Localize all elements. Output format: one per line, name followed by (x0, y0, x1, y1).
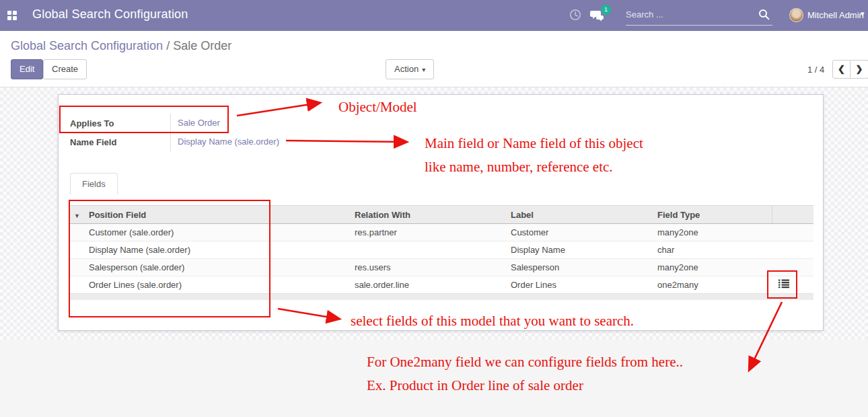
pager-counter: 1 / 4 (807, 65, 824, 75)
cell-label: Display Name (505, 241, 652, 259)
cell-type: many2one (652, 259, 772, 276)
cell-label: Salesperson (505, 259, 652, 276)
name-field-label: Name Field (70, 137, 170, 147)
user-avatar[interactable] (789, 8, 803, 22)
control-panel: Global Search Configuration / Sale Order… (0, 31, 868, 87)
global-search (626, 5, 772, 26)
top-navbar: Global Search Configuration 1 Mitchell A… (0, 0, 868, 31)
col-header-relation-with[interactable]: Relation With (349, 206, 505, 224)
app-title: Global Search Configuration (32, 7, 188, 22)
create-button[interactable]: Create (43, 59, 87, 79)
col-header-field-type[interactable]: Field Type (652, 206, 772, 224)
activities-clock-icon[interactable] (569, 9, 581, 24)
action-caret-icon: ▾ (422, 66, 425, 73)
action-dropdown-button[interactable]: Action▾ (386, 59, 434, 79)
search-input[interactable] (626, 5, 750, 23)
cell-label: Customer (505, 224, 652, 241)
search-icon[interactable] (758, 9, 770, 23)
annotation-main-field-1: Main field or Name field of this object (425, 135, 643, 152)
annotation-one2many-2: Ex. Product in Order line of sale order (367, 377, 583, 394)
annotation-main-field-2: like name, number, reference etc. (425, 159, 613, 176)
cell-type: many2one (652, 224, 772, 241)
action-label: Action (394, 64, 419, 74)
user-menu[interactable]: Mitchell Admin (807, 10, 864, 20)
annotation-box-list-icon (767, 270, 797, 299)
tab-fields[interactable]: Fields (70, 173, 118, 194)
cell-relation: res.partner (349, 224, 505, 241)
annotation-box-position-field (69, 200, 270, 317)
pager-prev-button[interactable]: ❮ (832, 60, 851, 79)
annotation-object-model: Object/Model (338, 99, 417, 116)
pager: ❮ ❯ (832, 60, 868, 79)
breadcrumb: Global Search Configuration / Sale Order (11, 39, 231, 53)
col-header-actions (772, 206, 813, 224)
annotation-select-fields: select fields of this model that you wan… (351, 313, 634, 330)
cell-label: Order Lines (505, 276, 652, 294)
pager-next-button[interactable]: ❯ (851, 60, 868, 79)
cell-type: one2many (652, 276, 772, 294)
cell-relation (349, 241, 505, 259)
breadcrumb-separator: / (166, 39, 170, 52)
edit-button[interactable]: Edit (11, 59, 43, 79)
breadcrumb-current: Sale Order (173, 39, 231, 52)
annotation-box-applies-to (59, 106, 229, 133)
cell-relation: res.users (349, 259, 505, 276)
annotation-one2many-1: For One2many field we can configure fiel… (367, 354, 683, 371)
apps-menu-icon[interactable] (7, 11, 17, 21)
messages-count-badge: 1 (601, 5, 611, 15)
user-caret-icon[interactable]: ▾ (861, 9, 865, 18)
cell-relation: sale.order.line (349, 276, 505, 294)
col-header-label[interactable]: Label (505, 206, 652, 224)
breadcrumb-parent-link[interactable]: Global Search Configuration (11, 39, 163, 52)
cell-type: char (652, 241, 772, 259)
